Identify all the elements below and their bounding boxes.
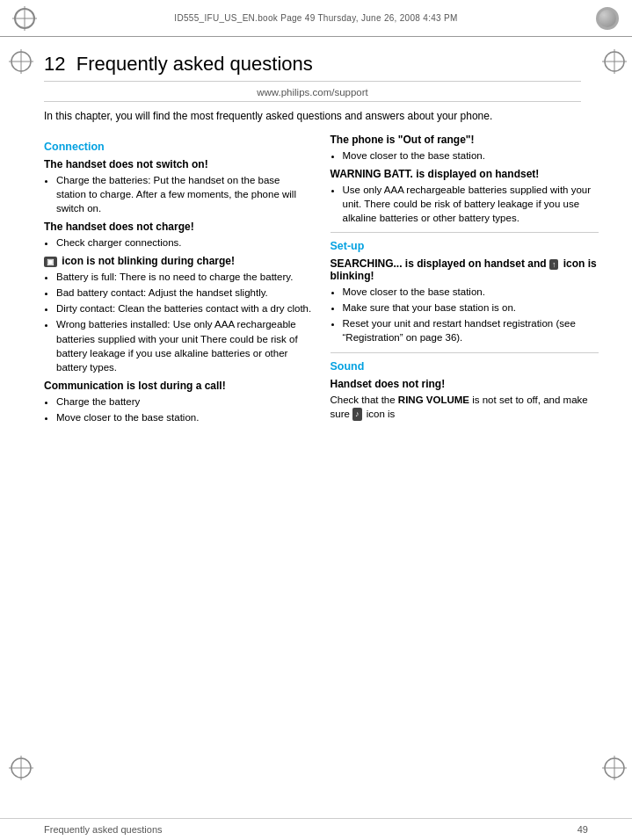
sub1-title: The handset does not switch on!	[44, 158, 313, 170]
right-connection-sub2: WARNING BATT. is displayed on handset! U…	[331, 168, 599, 225]
sub2-bullet-1: Check charger connections.	[56, 235, 313, 250]
sound-sub1-text: Check that the RING VOLUME is not set to…	[331, 393, 599, 421]
footer: Frequently asked questions 49	[0, 818, 632, 840]
sub4-bullet-1: Charge the battery	[56, 395, 313, 409]
mute-icon: ♪	[352, 408, 362, 421]
header-text: ID555_IFU_US_EN.book Page 49 Thursday, J…	[174, 13, 457, 23]
sub4-bullets: Charge the battery Move closer to the ba…	[56, 395, 313, 424]
right-sub2-bullet-1: Use only AAA rechargeable batteries supp…	[343, 183, 599, 225]
setup-sub1: SEARCHING... is displayed on handset and…	[331, 257, 599, 344]
sound-heading: Sound	[331, 360, 599, 373]
sub3-bullet-3: Dirty contact: Clean the batteries conta…	[56, 301, 313, 315]
corner-mark-top-left	[9, 49, 33, 76]
setup-heading: Set-up	[331, 240, 599, 252]
chapter-heading: 12 Frequently asked questions	[44, 53, 581, 82]
right-sub2-title: WARNING BATT. is displayed on handset!	[331, 168, 599, 180]
sub4-bullet-2: Move closer to the base station.	[56, 410, 313, 424]
corner-mark-bottom-left	[9, 756, 33, 783]
footer-right: 49	[578, 824, 588, 835]
right-column: The phone is "Out of range"! Move closer…	[327, 134, 599, 818]
sub3-bullet-2: Bad battery contact: Adjust the handset …	[56, 286, 313, 300]
setup-sub1-bullet-3: Reset your unit and restart handset regi…	[343, 316, 599, 344]
left-column: Connection The handset does not switch o…	[44, 134, 316, 818]
chapter-section: 12 Frequently asked questions www.philip…	[44, 37, 599, 134]
sub1-bullet-1: Charge the batteries: Put the handset on…	[56, 173, 313, 215]
intro-text: In this chapter, you will find the most …	[44, 109, 581, 124]
corner-mark-top-right	[602, 49, 627, 76]
right-sub2-bullets: Use only AAA rechargeable batteries supp…	[343, 183, 599, 225]
connection-heading: Connection	[44, 141, 313, 153]
right-sub1-bullets: Move closer to the base station.	[343, 148, 599, 163]
sound-sub1: Handset does not ring! Check that the RI…	[331, 378, 599, 421]
sub1-bullets: Charge the batteries: Put the handset on…	[56, 173, 313, 215]
right-connection-sub1: The phone is "Out of range"! Move closer…	[331, 134, 599, 163]
sound-sub1-title: Handset does not ring!	[331, 378, 599, 390]
inner-content: 12 Frequently asked questions www.philip…	[44, 37, 599, 818]
sub4-title: Communication is lost during a call!	[44, 380, 313, 392]
divider-2	[331, 352, 599, 353]
header-bar: ID555_IFU_US_EN.book Page 49 Thursday, J…	[0, 0, 632, 37]
setup-sub1-bullet-1: Move closer to the base station.	[343, 285, 599, 299]
right-sub1-title: The phone is "Out of range"!	[331, 134, 599, 146]
right-sub1-bullet-1: Move closer to the base station.	[343, 148, 599, 163]
website-text: www.philips.com/support	[44, 87, 581, 102]
corner-mark-bottom-right	[602, 756, 627, 783]
setup-sub1-title: SEARCHING... is displayed on handset and…	[331, 257, 599, 282]
footer-left: Frequently asked questions	[44, 824, 163, 835]
chapter-number: 12	[44, 53, 65, 75]
faq-columns: Connection The handset does not switch o…	[44, 134, 599, 818]
sub3-bullet-1: Battery is full: There is no need to cha…	[56, 270, 313, 284]
divider-1	[331, 232, 599, 233]
sub2-title: The handset does not charge!	[44, 221, 313, 233]
setup-sub1-bullets: Move closer to the base station. Make su…	[343, 285, 599, 344]
battery-icon: ▣	[44, 257, 57, 267]
ring-volume-text: RING VOLUME	[398, 395, 469, 405]
right-margin	[599, 37, 632, 818]
sub2-bullets: Check charger connections.	[56, 235, 313, 250]
antenna-icon: ↑	[549, 259, 559, 270]
top-right-spiral-icon	[593, 4, 621, 33]
sub3-bullet-4: Wrong batteries installed: Use only AAA …	[56, 317, 313, 373]
setup-sub1-bullet-2: Make sure that your base station is on.	[343, 301, 599, 315]
setup-sub1-title-text: SEARCHING... is displayed on handset and	[331, 257, 549, 270]
sub3-bullets: Battery is full: There is no need to cha…	[56, 270, 313, 374]
chapter-title: Frequently asked questions	[76, 53, 313, 75]
top-left-crosshair-icon	[11, 4, 39, 33]
content-area: 12 Frequently asked questions www.philip…	[0, 37, 632, 818]
page-wrapper: ID555_IFU_US_EN.book Page 49 Thursday, J…	[0, 0, 632, 840]
sub3-title: ▣ icon is not blinking during charge!	[44, 255, 313, 267]
left-margin	[0, 37, 44, 818]
